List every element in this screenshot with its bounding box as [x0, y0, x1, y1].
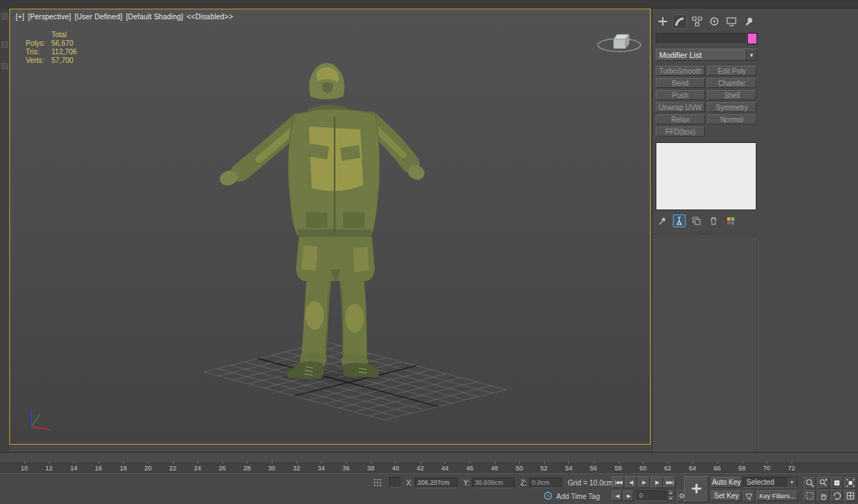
- zoom-button[interactable]: [804, 477, 816, 489]
- tick-mark: [717, 461, 718, 464]
- modifier-preset-bend[interactable]: Bend: [656, 78, 705, 88]
- grid-spacing-text: Grid = 10.0cm: [568, 479, 613, 487]
- next-frame-button[interactable]: |▶: [651, 476, 663, 488]
- current-frame-field[interactable]: 0: [636, 490, 666, 501]
- object-color-swatch[interactable]: [747, 33, 757, 44]
- tick-mark: [99, 461, 99, 464]
- spinner-down-icon[interactable]: ▼: [667, 496, 674, 502]
- tick-mark: [297, 461, 297, 464]
- set-keys-button[interactable]: +: [684, 476, 709, 503]
- viewport-layout-tab[interactable]: [1, 63, 8, 69]
- modifier-preset-relax[interactable]: Relax: [656, 114, 705, 124]
- tab-display[interactable]: [724, 14, 739, 29]
- modifier-preset-turbosmooth[interactable]: TurboSmooth: [656, 66, 705, 76]
- show-end-result-button[interactable]: [673, 214, 686, 227]
- tick-mark: [544, 461, 545, 464]
- viewport-layout-tab[interactable]: [1, 41, 8, 48]
- modifier-preset-ffd-box-[interactable]: FFD(box): [656, 127, 705, 137]
- tick-mark: [74, 461, 74, 464]
- modifier-preset-symmetry[interactable]: Symmetry: [707, 102, 756, 112]
- time-slider-track[interactable]: [0, 453, 858, 463]
- coord-x-field[interactable]: 206.207cm: [415, 478, 458, 488]
- modifier-preset-edit-poly[interactable]: Edit Poly: [707, 66, 756, 76]
- zoom-extents-button[interactable]: [831, 477, 843, 489]
- play-button[interactable]: ▶: [638, 476, 650, 488]
- previous-key-button[interactable]: ◀: [612, 490, 622, 501]
- auto-key-button[interactable]: Auto Key: [711, 477, 741, 488]
- timeline-tick-52: 52: [536, 465, 553, 472]
- maximize-viewport-button[interactable]: [844, 490, 857, 502]
- modifier-stack[interactable]: [656, 142, 756, 210]
- zoom-region-icon: [805, 491, 814, 500]
- tick-mark: [445, 461, 445, 464]
- next-key-button[interactable]: ▶: [623, 490, 633, 501]
- tab-utilities[interactable]: [741, 14, 756, 29]
- selection-set-dropdown[interactable]: Selected ▾: [743, 477, 797, 488]
- tick-mark: [766, 461, 767, 464]
- stats-label: Tris:: [26, 48, 51, 56]
- modifier-preset-normal[interactable]: Normal: [707, 114, 756, 124]
- timeline-tick-18: 18: [114, 465, 132, 472]
- pin-stack-button[interactable]: [656, 214, 669, 227]
- timeline-ruler[interactable]: 1012141618202224262830323436384042444648…: [0, 452, 858, 473]
- zoom-region-button[interactable]: [804, 490, 816, 502]
- tab-hierarchy[interactable]: [690, 14, 704, 29]
- remove-modifier-button[interactable]: [707, 214, 720, 227]
- viewport-menu-1[interactable]: [Perspective]: [28, 13, 71, 21]
- orbit-button[interactable]: [831, 490, 843, 502]
- timeline-tick-20: 20: [139, 465, 157, 472]
- timeline-tick-14: 14: [65, 465, 82, 472]
- timeline-tick-24: 24: [189, 465, 206, 472]
- go-to-start-button[interactable]: |◀◀: [612, 476, 624, 488]
- viewport-menu-3[interactable]: [Default Shading]: [126, 13, 183, 21]
- viewport-menu-0[interactable]: [+]: [16, 13, 24, 21]
- tick-mark: [470, 461, 470, 464]
- coord-y-field[interactable]: 30.939cm: [472, 478, 515, 488]
- zoom-all-button[interactable]: [817, 477, 829, 489]
- viewport[interactable]: [+][Perspective][User Defined][Default S…: [9, 9, 651, 445]
- command-panel-tabs: [656, 14, 756, 29]
- add-time-tag[interactable]: Add Time Tag: [556, 493, 600, 500]
- tab-motion[interactable]: [707, 14, 721, 29]
- stats-label: Polys:: [26, 39, 51, 48]
- set-key-button[interactable]: Set Key: [711, 490, 741, 501]
- viewport-menu-2[interactable]: [User Defined]: [74, 13, 122, 21]
- key-filters-icon-button[interactable]: [743, 490, 755, 503]
- model-military-outfit[interactable]: [217, 63, 427, 382]
- object-name-field[interactable]: [656, 33, 746, 44]
- modifier-list-label: Modifier List: [659, 51, 701, 59]
- tab-create[interactable]: [656, 14, 670, 29]
- zoom-extents-all-button[interactable]: [844, 477, 857, 489]
- timeline-tick-36: 36: [337, 465, 355, 472]
- view-orbit-gizmo[interactable]: [598, 34, 641, 51]
- viewport-scene[interactable]: [10, 9, 650, 444]
- viewport-layout-tab[interactable]: [1, 13, 8, 19]
- key-filters-button[interactable]: Key Filters...: [756, 490, 798, 501]
- hierarchy-icon: [691, 16, 703, 27]
- modifier-preset-push[interactable]: Push: [656, 90, 705, 100]
- configure-modifier-sets-button[interactable]: [724, 214, 737, 227]
- status-bar: X: 206.207cm Y: 30.939cm Z: 0.0cm Grid =…: [0, 473, 858, 504]
- tick-mark: [173, 461, 174, 464]
- display-icon: [726, 16, 737, 27]
- modifier-preset-chamfer[interactable]: Chamfer: [707, 78, 756, 88]
- selection-set-value: Selected: [746, 478, 774, 486]
- frame-spinner[interactable]: ▲ ▼: [667, 490, 674, 501]
- tick-mark: [395, 461, 396, 464]
- coord-z-field[interactable]: 0.0cm: [529, 478, 562, 488]
- filter-icon: [744, 492, 754, 501]
- time-tag-icon: [543, 491, 553, 502]
- rollout-separator[interactable]: ····: [653, 234, 757, 239]
- status-mini-box[interactable]: [389, 477, 400, 488]
- go-to-end-button[interactable]: ▶▶|: [664, 476, 676, 488]
- modifier-list-dropdown[interactable]: Modifier List ▾: [656, 49, 757, 61]
- modifier-preset-shell[interactable]: Shell: [707, 90, 756, 100]
- pan-button[interactable]: [817, 490, 829, 502]
- make-unique-button[interactable]: [690, 214, 703, 227]
- previous-frame-button[interactable]: ◀|: [625, 476, 637, 488]
- selection-lock-button[interactable]: [372, 477, 383, 490]
- spinner-up-icon[interactable]: ▲: [667, 490, 674, 496]
- tab-modify[interactable]: [673, 14, 687, 29]
- modifier-preset-unwrap-uvw[interactable]: Unwrap UVW: [656, 102, 705, 112]
- viewport-menu-4[interactable]: <<Disabled>>: [187, 13, 233, 21]
